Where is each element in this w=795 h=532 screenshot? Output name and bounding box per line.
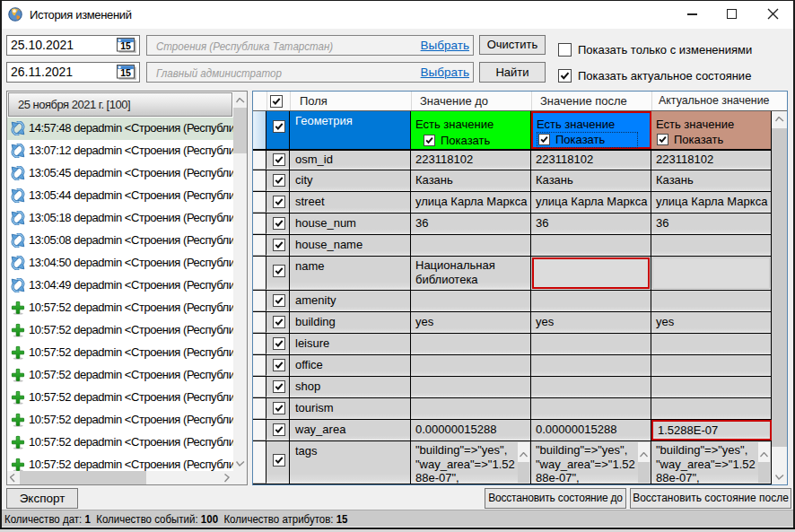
svg-text:15: 15 [120, 40, 131, 51]
svg-text:15: 15 [120, 67, 131, 78]
